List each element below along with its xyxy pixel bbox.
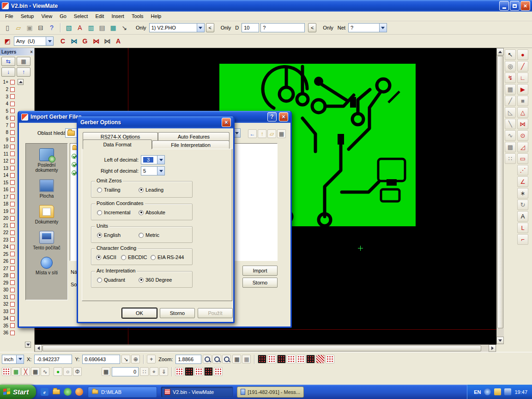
board-grid-icon[interactable]: ▦ <box>108 23 118 33</box>
text-tool-icon[interactable]: A <box>517 211 528 222</box>
horizontal-scrollbar[interactable] <box>35 345 496 352</box>
ruler-tool-icon[interactable]: ◺ <box>505 107 516 118</box>
layer-visibility-box[interactable] <box>10 302 15 307</box>
zigzag-tool-icon[interactable]: ↯ <box>505 73 516 83</box>
scroll-up-icon[interactable] <box>496 48 504 55</box>
groups-icon[interactable]: G <box>80 36 90 46</box>
layer-visibility-box[interactable] <box>10 230 15 235</box>
layer-swap-icon[interactable]: ⇆ <box>1 57 15 66</box>
measure-diagonal-icon[interactable]: ↘ <box>119 23 129 33</box>
star-tool-icon[interactable]: ∗ <box>517 188 528 199</box>
layer-visibility-box[interactable] <box>10 145 15 149</box>
dcode-view-8-icon[interactable] <box>326 355 334 363</box>
units-combobox[interactable]: inch <box>2 355 24 364</box>
print-icon[interactable]: ⊟ <box>36 23 46 33</box>
aperture-grid-red-icon[interactable] <box>2 367 11 376</box>
layer-visibility-box[interactable] <box>10 180 15 185</box>
new-file-icon[interactable]: ▯ <box>2 23 12 33</box>
traces-pair-icon[interactable]: ⋈ <box>102 36 112 46</box>
fill-tool-icon[interactable]: ▦ <box>505 84 516 95</box>
dcode-input[interactable]: 10 <box>242 23 259 32</box>
minimize-button[interactable] <box>499 1 509 11</box>
task-button-viewmate[interactable]: V2.bin - ViewMate <box>161 387 233 398</box>
vertical-scroll-thumb[interactable] <box>497 56 503 328</box>
layer-visibility-box[interactable] <box>10 323 15 328</box>
left-decimal-combobox[interactable]: 3 <box>141 155 165 164</box>
center-cross-icon[interactable]: + <box>147 355 156 363</box>
layer-row[interactable]: 36 <box>1 329 33 337</box>
slope-tool-icon[interactable]: ╱ <box>505 96 516 106</box>
triangle-tool-icon[interactable]: △ <box>517 107 528 118</box>
import-close-button[interactable]: × <box>279 112 288 121</box>
layer-visibility-box[interactable] <box>10 237 15 242</box>
line-tool-icon[interactable]: ╱ <box>517 61 528 72</box>
radio-absolute[interactable]: Absolute <box>139 210 165 215</box>
layer-visibility-box[interactable] <box>10 331 15 335</box>
place-network[interactable]: Místa v síti <box>26 257 67 275</box>
tab-file-interpretation[interactable]: File Interpretation <box>152 140 230 149</box>
tray-update-icon[interactable] <box>494 388 501 395</box>
radio-quadrant[interactable]: Quadrant <box>97 277 125 283</box>
curve-tool-icon[interactable]: ∿ <box>505 130 516 141</box>
firefox-icon[interactable] <box>75 388 83 396</box>
stitch-tool-icon[interactable]: ⋰ <box>517 165 528 175</box>
dropdown-arrow-icon[interactable] <box>46 37 53 45</box>
place-desktop[interactable]: Plocha <box>26 179 67 199</box>
highlight-circle-icon[interactable]: ○ <box>63 367 72 376</box>
status-led-icon[interactable]: ● <box>54 367 62 376</box>
menu-item[interactable]: File <box>1 12 17 20</box>
import-button[interactable]: Import <box>242 266 278 276</box>
menu-item[interactable]: Tools <box>128 12 147 20</box>
dcode-view-5-icon[interactable] <box>296 355 305 363</box>
layer-visibility-box[interactable] <box>10 216 15 221</box>
drag-measure-icon[interactable]: ↘ <box>121 355 130 363</box>
pull-down-icon[interactable]: ⇓ <box>159 367 168 376</box>
layer-scroll-down[interactable] <box>25 342 31 348</box>
radio-ebcdic[interactable]: EBCDIC <box>121 254 147 260</box>
layer-row[interactable]: 3 <box>1 93 33 101</box>
hook-tool-icon[interactable]: ⌐ <box>517 234 528 245</box>
active-layer-combobox[interactable]: 1) V2.PHO <box>149 23 205 32</box>
aperture-grid-green-icon[interactable]: ▦ <box>12 367 20 376</box>
layer-visibility-box[interactable] <box>10 123 15 127</box>
layer-visibility-box[interactable] <box>10 187 15 192</box>
place-recent-documents[interactable]: Poslední dokumenty <box>26 148 67 173</box>
new-folder-icon[interactable]: ▱ <box>267 129 276 138</box>
layer-visibility-box[interactable] <box>10 94 15 99</box>
menu-item[interactable]: View <box>37 12 56 20</box>
scroll-right-icon[interactable] <box>489 345 496 352</box>
up-folder-icon[interactable]: ↑ <box>258 129 266 138</box>
save-icon[interactable]: ▣ <box>24 23 35 33</box>
dcode-view-2-icon[interactable] <box>267 355 276 363</box>
menu-item[interactable]: Edit <box>91 12 108 20</box>
layer-visibility-box[interactable] <box>10 80 15 85</box>
layer-down-icon[interactable]: ↓ <box>1 67 15 77</box>
polyline-tool-icon[interactable]: ∟ <box>517 73 528 83</box>
dropdown-arrow-icon[interactable] <box>197 24 204 32</box>
select-pattern-2-icon[interactable] <box>185 367 193 376</box>
folder-quicklaunch-icon[interactable] <box>52 388 60 396</box>
selection-filter-combobox[interactable]: Any (U) <box>14 36 54 46</box>
layer-visibility-box[interactable] <box>10 151 15 156</box>
import-cancel-button[interactable]: Storno <box>242 278 278 288</box>
place-documents[interactable]: Dokumenty <box>26 205 67 224</box>
dropdown-arrow-icon[interactable] <box>157 156 164 164</box>
layer-row[interactable]: 4 <box>1 100 33 108</box>
film-b-icon[interactable]: ▤ <box>97 23 107 33</box>
skew-tool-icon[interactable]: ◿ <box>517 142 528 152</box>
layer-visibility-box[interactable] <box>10 173 15 178</box>
pad-tool-icon[interactable]: ● <box>517 49 528 60</box>
tab-data-format[interactable]: Data Format <box>83 139 152 149</box>
scroll-left-icon[interactable] <box>35 345 42 352</box>
gerber-close-button[interactable]: × <box>222 118 231 127</box>
table-icon[interactable]: ▦ <box>102 367 110 376</box>
net-combobox[interactable]: ? <box>348 23 387 32</box>
dropdown-arrow-icon[interactable] <box>379 24 387 32</box>
vertical-scrollbar[interactable] <box>496 48 504 345</box>
menu-item[interactable]: Select <box>70 12 92 20</box>
dcode-view-7-icon[interactable] <box>316 355 325 363</box>
layer-visibility-box[interactable] <box>10 194 15 199</box>
prev-dcode-button[interactable]: < <box>206 23 214 32</box>
zoom-in-icon[interactable] <box>203 355 212 363</box>
layer-up-icon[interactable]: ↑ <box>17 67 30 77</box>
